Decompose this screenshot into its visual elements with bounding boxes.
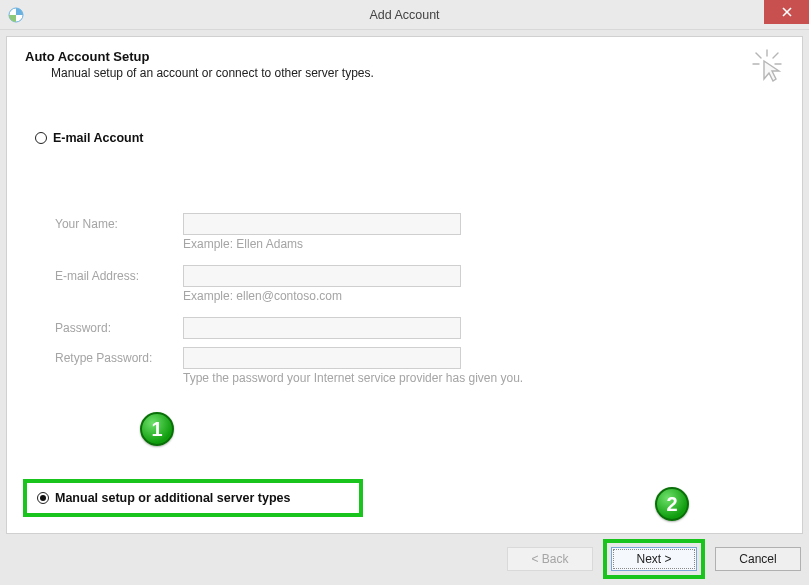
dialog-content: Auto Account Setup Manual setup of an ac… — [6, 36, 803, 534]
radio-manual-label: Manual setup or additional server types — [55, 491, 290, 505]
radio-icon — [37, 492, 49, 504]
radio-manual-setup[interactable]: Manual setup or additional server types — [37, 491, 349, 505]
form-area: Your Name: Example: Ellen Adams E-mail A… — [55, 213, 695, 391]
highlight-next-button: Next > — [603, 539, 705, 579]
badge-2-text: 2 — [666, 493, 677, 516]
title-bar: Add Account — [0, 0, 809, 30]
page-subheading: Manual setup of an account or connect to… — [51, 66, 752, 80]
annotation-badge-1: 1 — [140, 412, 174, 446]
password-label: Password: — [55, 321, 183, 335]
email-hint: Example: ellen@contoso.com — [183, 289, 695, 303]
annotation-badge-2: 2 — [655, 487, 689, 521]
radio-icon — [35, 132, 47, 144]
window-title: Add Account — [0, 8, 809, 22]
cancel-button[interactable]: Cancel — [715, 547, 801, 571]
svg-line-6 — [756, 53, 761, 58]
password-input — [183, 317, 461, 339]
password-hint: Type the password your Internet service … — [183, 371, 695, 385]
radio-email-label: E-mail Account — [53, 131, 144, 145]
retype-input — [183, 347, 461, 369]
name-label: Your Name: — [55, 217, 183, 231]
badge-1-text: 1 — [151, 418, 162, 441]
back-button: < Back — [507, 547, 593, 571]
close-button[interactable] — [764, 0, 809, 24]
radio-email-account[interactable]: E-mail Account — [35, 131, 144, 145]
svg-line-4 — [773, 53, 778, 58]
app-icon — [8, 7, 24, 23]
cursor-icon — [752, 49, 782, 83]
name-hint: Example: Ellen Adams — [183, 237, 695, 251]
email-input — [183, 265, 461, 287]
name-input — [183, 213, 461, 235]
next-button[interactable]: Next > — [611, 547, 697, 571]
page-heading: Auto Account Setup — [25, 49, 752, 64]
radio-dot-icon — [40, 495, 46, 501]
wizard-buttons: < Back Next > Cancel — [507, 539, 801, 579]
email-label: E-mail Address: — [55, 269, 183, 283]
highlight-manual-setup: Manual setup or additional server types — [23, 479, 363, 517]
close-icon — [782, 7, 792, 17]
retype-label: Retype Password: — [55, 351, 183, 365]
